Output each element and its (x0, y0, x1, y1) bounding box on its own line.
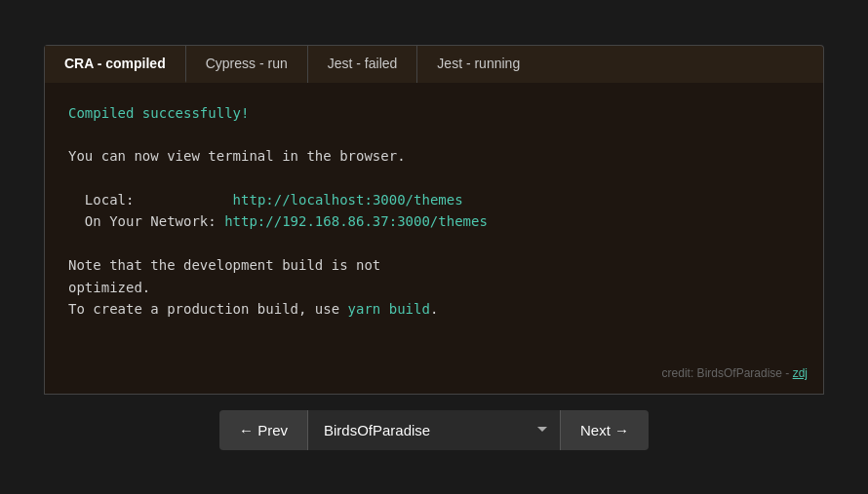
view-terminal-text: You can now view terminal in the browser… (68, 148, 406, 164)
compiled-success-text: Compiled successfully! (68, 105, 249, 121)
tab-cra-compiled[interactable]: CRA - compiled (45, 46, 186, 83)
tabs-bar: CRA - compiled Cypress - run Jest - fail… (44, 45, 824, 83)
credit-line: credit: BirdsOfParadise - zdj (662, 364, 808, 383)
network-url: http://192.168.86.37:3000/themes (224, 213, 488, 229)
tab-jest-failed[interactable]: Jest - failed (308, 46, 418, 83)
main-container: CRA - compiled Cypress - run Jest - fail… (44, 45, 824, 450)
navigation-bar: ← Prev BirdsOfParadise Default Monokai S… (44, 410, 824, 450)
build-line-suffix: . (430, 301, 438, 317)
theme-select[interactable]: BirdsOfParadise Default Monokai Solarize… (307, 410, 561, 450)
local-url: http://localhost:3000/themes (233, 192, 463, 208)
tab-jest-running[interactable]: Jest - running (417, 46, 539, 83)
credit-text: credit: BirdsOfParadise - (662, 366, 793, 380)
note-line1: Note that the development build is not (68, 257, 380, 273)
note-line2: optimized. (68, 280, 150, 295)
terminal-panel: Compiled successfully! You can now view … (44, 83, 824, 395)
build-line-prefix: To create a production build, use (68, 301, 348, 317)
tab-cypress-run[interactable]: Cypress - run (186, 46, 308, 83)
yarn-build-command: yarn build (348, 301, 430, 317)
next-button[interactable]: Next → (561, 410, 649, 450)
local-label: Local: (85, 192, 135, 208)
credit-link[interactable]: zdj (793, 366, 808, 380)
prev-button[interactable]: ← Prev (219, 410, 307, 450)
network-label: On Your Network: (85, 213, 217, 229)
